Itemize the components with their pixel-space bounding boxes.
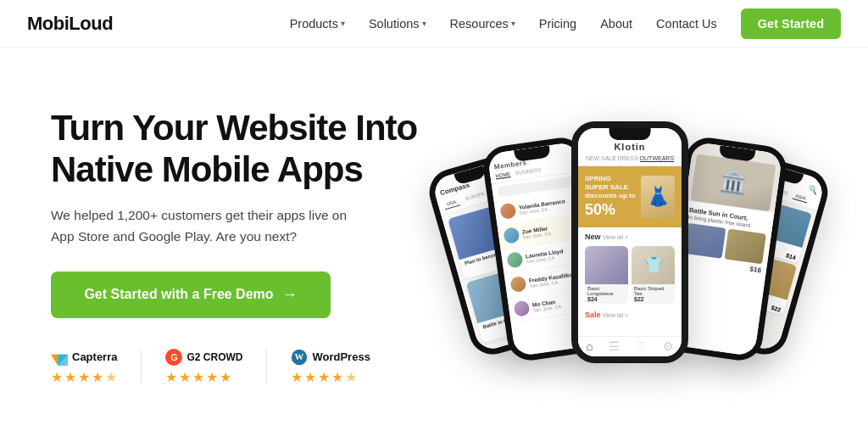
hero-phones: Compass 🔍 USA EUROPE ASIA [424,73,837,420]
capterra-icon [51,349,68,366]
nav-resources[interactable]: Resources▾ [440,10,526,37]
klotin-screen: Klotin NEWSALEDRESSOUTWEARS SPRINGSUPER … [578,128,682,356]
g2-label: G2 CROWD [186,351,242,363]
wordpress-label: WordPress [312,350,370,363]
member-avatar-4 [509,275,526,292]
g2-icon: G [165,349,182,366]
hero-cta-button[interactable]: Get Started with a Free Demo → [51,272,331,318]
phone-notch [609,128,651,140]
wordpress-badge: W WordPress ★★★★★ [291,349,370,385]
hero-section: Turn Your Website Into Native Mobile App… [0,48,868,437]
navbar: MobiLoud Products▾ Solutions▾ Resources▾… [0,0,868,48]
phone-center: Klotin NEWSALEDRESSOUTWEARS SPRINGSUPER … [571,121,688,363]
brand-logo[interactable]: MobiLoud [27,13,113,35]
nav-contact[interactable]: Contact Us [646,10,727,37]
badge-divider-1 [141,350,142,384]
svg-text:W: W [295,351,304,361]
hero-cta-label: Get Started with a Free Demo [84,287,273,302]
trust-badges: Capterra ★★★★★ G G2 CROWD ★★★★★ [51,349,424,385]
wordpress-stars: ★★★★★ [291,369,357,385]
member-avatar-3 [506,251,523,268]
member-avatar-1 [499,202,516,219]
capterra-badge: Capterra ★★★★★ [51,349,117,385]
member-avatar-5 [513,300,530,317]
svg-marker-0 [51,354,58,365]
hero-subtitle: We helped 1,200+ customers get their app… [51,205,356,248]
nav-links: Products▾ Solutions▾ Resources▾ Pricing … [280,10,727,37]
nav-products[interactable]: Products▾ [280,10,355,37]
navbar-cta-button[interactable]: Get Started [741,8,841,39]
capterra-label: Capterra [72,350,117,363]
nav-about[interactable]: About [590,10,643,37]
capterra-stars: ★★★★★ [51,369,117,385]
arrow-icon: → [282,286,298,304]
hero-title: Turn Your Website Into Native Mobile App… [51,108,424,190]
nav-pricing[interactable]: Pricing [529,10,587,37]
member-avatar-2 [503,227,520,244]
wordpress-icon: W [291,349,308,366]
nav-solutions[interactable]: Solutions▾ [359,10,437,37]
g2-badge: G G2 CROWD ★★★★★ [165,349,242,385]
klotin-bottom-nav: ⌂ ☰ ♡ ⚙ [578,336,682,356]
hero-content: Turn Your Website Into Native Mobile App… [51,108,424,384]
phones-group: Compass 🔍 USA EUROPE ASIA [448,86,813,408]
g2-stars: ★★★★★ [165,369,231,385]
badge-divider-2 [266,350,267,384]
